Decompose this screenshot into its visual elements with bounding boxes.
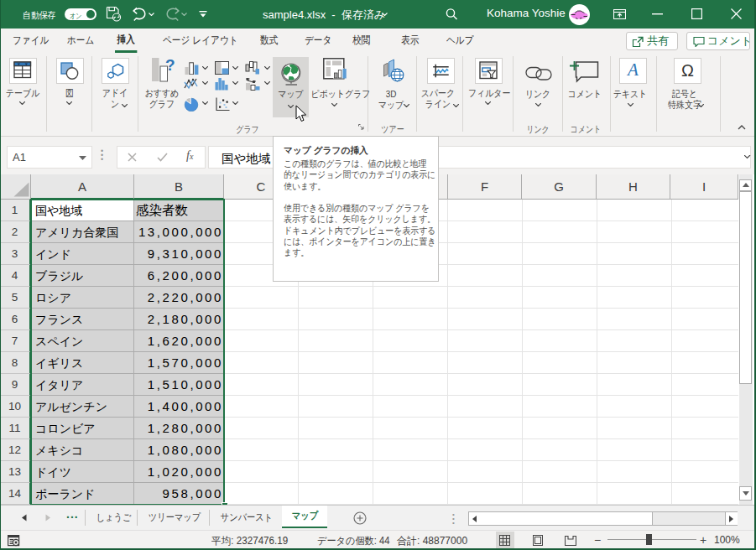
svg-text:?: ? xyxy=(165,57,175,74)
